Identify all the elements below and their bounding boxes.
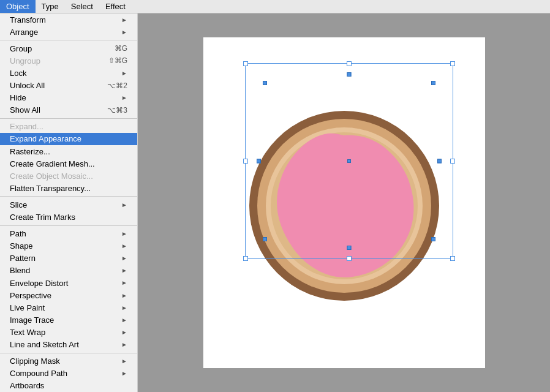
menu-item-transform-arrow: ► [121, 17, 127, 23]
menu-item-lock-label: Lock [10, 69, 26, 78]
separator-3 [0, 196, 137, 197]
menu-item-shape-arrow: ► [121, 243, 127, 249]
menu-item-image-trace[interactable]: Image Trace ► [0, 314, 137, 326]
menu-item-path-label: Path [10, 229, 26, 238]
menu-item-hide-arrow: ► [121, 94, 127, 101]
separator-2 [0, 118, 137, 119]
menu-item-group-label: Group [10, 44, 32, 53]
menu-item-clipping-mask-arrow: ► [121, 358, 127, 364]
menu-item-blend[interactable]: Blend ► [0, 265, 137, 277]
handle-blob-top [347, 72, 351, 77]
menu-item-artboards-label: Artboards [10, 381, 44, 390]
menu-item-path-arrow: ► [121, 230, 127, 237]
menu-item-shape[interactable]: Shape ► [0, 240, 137, 252]
menu-item-group[interactable]: Group ⌘G [0, 42, 137, 55]
menu-item-lock-arrow: ► [121, 70, 127, 77]
menu-item-shape-label: Shape [10, 241, 33, 251]
menu-item-arrange-label: Arrange [10, 28, 38, 37]
separator-1 [0, 40, 137, 40]
menu-item-ungroup: Ungroup ⇧⌘G [0, 55, 137, 67]
menu-item-flatten-transparency[interactable]: Flatten Transparency... [0, 182, 137, 194]
handle-top-right [450, 61, 455, 66]
menu-item-hide[interactable]: Hide ► [0, 92, 137, 104]
menu-item-image-trace-label: Image Trace [10, 315, 54, 325]
menu-item-perspective[interactable]: Perspective ► [0, 289, 137, 301]
menu-item-envelope-distort-label: Envelope Distort [10, 279, 68, 288]
menu-item-live-paint-arrow: ► [121, 304, 127, 311]
menu-item-show-all[interactable]: Show All ⌥⌘3 [0, 104, 137, 116]
menu-item-line-sketch-art[interactable]: Line and Sketch Art ► [0, 338, 137, 350]
menu-item-create-trim-marks-label: Create Trim Marks [10, 213, 75, 222]
menu-item-transform[interactable]: Transform ► [0, 13, 137, 26]
menu-item-slice[interactable]: Slice ► [0, 198, 137, 211]
menu-item-show-all-shortcut: ⌥⌘3 [107, 106, 127, 115]
menu-object[interactable]: Object [0, 0, 36, 13]
menu-item-perspective-arrow: ► [121, 292, 127, 299]
menu-item-ungroup-label: Ungroup [10, 56, 40, 66]
menu-item-live-paint[interactable]: Live Paint ► [0, 301, 137, 314]
menu-type[interactable]: Type [36, 0, 65, 13]
menu-item-unlock-all-shortcut: ⌥⌘2 [107, 81, 127, 90]
handle-top-left [243, 61, 248, 66]
menu-item-hide-label: Hide [10, 93, 26, 102]
menu-item-text-wrap-label: Text Wrap [10, 328, 45, 337]
menu-item-image-trace-arrow: ► [121, 317, 127, 323]
menu-item-clipping-mask[interactable]: Clipping Mask ► [0, 355, 137, 368]
canvas-area [138, 13, 550, 392]
menu-effect[interactable]: Effect [99, 0, 132, 13]
handle-blob-tr [431, 81, 435, 85]
menu-item-create-gradient-mesh[interactable]: Create Gradient Mesh... [0, 157, 137, 170]
menu-item-rasterize-label: Rasterize... [10, 147, 50, 156]
menu-item-text-wrap[interactable]: Text Wrap ► [0, 326, 137, 338]
menu-item-arrange-arrow: ► [121, 29, 127, 36]
menu-item-text-wrap-arrow: ► [121, 329, 127, 336]
menu-item-line-sketch-art-arrow: ► [121, 341, 127, 348]
menu-item-perspective-label: Perspective [10, 291, 51, 300]
menu-item-pattern[interactable]: Pattern ► [0, 252, 137, 265]
menu-item-group-shortcut: ⌘G [115, 44, 127, 53]
menu-item-artboards[interactable]: Artboards [0, 380, 137, 392]
menu-item-blend-label: Blend [10, 266, 30, 275]
menu-item-live-paint-label: Live Paint [10, 303, 45, 312]
menu-item-show-all-label: Show All [10, 105, 40, 115]
menu-item-create-object-mosaic-label: Create Object Mosaic... [10, 172, 93, 181]
menu-item-clipping-mask-label: Clipping Mask [10, 356, 60, 366]
menu-item-arrange[interactable]: Arrange ► [0, 26, 137, 38]
cookie-illustration [234, 86, 454, 319]
menu-item-compound-path[interactable]: Compound Path ► [0, 368, 137, 380]
menu-item-expand: Expand... [0, 121, 137, 133]
menu-item-line-sketch-art-label: Line and Sketch Art [10, 340, 79, 349]
menu-item-blend-arrow: ► [121, 267, 127, 274]
menu-item-expand-appearance-label: Expand Appearance [10, 134, 81, 143]
handle-top-mid [347, 61, 352, 66]
menu-item-lock[interactable]: Lock ► [0, 67, 137, 79]
menu-item-compound-path-arrow: ► [121, 370, 127, 377]
menu-item-compound-path-label: Compound Path [10, 369, 67, 378]
menu-item-unlock-all-label: Unlock All [10, 81, 45, 90]
menu-item-expand-appearance[interactable]: Expand Appearance [0, 133, 137, 145]
menu-item-envelope-distort[interactable]: Envelope Distort ► [0, 277, 137, 289]
menu-item-rasterize[interactable]: Rasterize... [0, 145, 137, 157]
menu-item-flatten-transparency-label: Flatten Transparency... [10, 184, 91, 193]
menu-item-path[interactable]: Path ► [0, 228, 137, 240]
handle-blob-tl [263, 81, 267, 85]
menu-item-pattern-label: Pattern [10, 254, 36, 263]
menu-item-ungroup-shortcut: ⇧⌘G [108, 56, 127, 65]
menu-item-expand-label: Expand... [10, 122, 43, 131]
menu-item-slice-arrow: ► [121, 202, 127, 208]
menu-item-unlock-all[interactable]: Unlock All ⌥⌘2 [0, 79, 137, 91]
menu-item-create-object-mosaic: Create Object Mosaic... [0, 170, 137, 182]
artboard [203, 37, 485, 368]
separator-4 [0, 225, 137, 226]
menu-item-transform-label: Transform [10, 15, 46, 24]
menu-select[interactable]: Select [65, 0, 99, 13]
object-menu-dropdown: Transform ► Arrange ► Group ⌘G Ungroup ⇧… [0, 13, 138, 392]
menu-item-create-trim-marks[interactable]: Create Trim Marks [0, 211, 137, 223]
menu-item-slice-label: Slice [10, 200, 27, 209]
menu-item-envelope-distort-arrow: ► [121, 279, 127, 286]
menu-item-pattern-arrow: ► [121, 255, 127, 262]
menu-item-create-gradient-mesh-label: Create Gradient Mesh... [10, 159, 95, 168]
separator-5 [0, 353, 137, 353]
menubar: Object Type Select Effect [0, 0, 550, 13]
main-content: Transform ► Arrange ► Group ⌘G Ungroup ⇧… [0, 13, 550, 392]
